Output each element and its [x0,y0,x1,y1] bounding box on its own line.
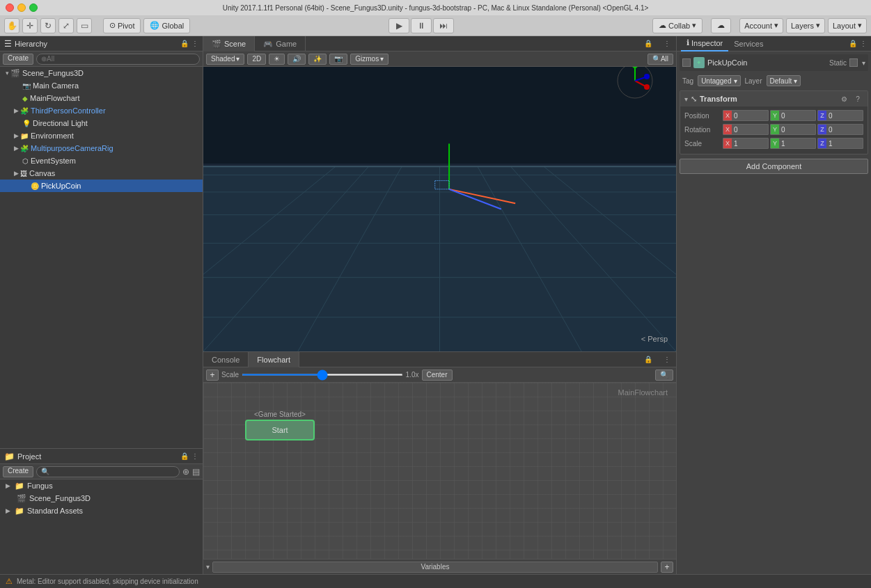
hierarchy-item[interactable]: ⬡ EventSystem [0,154,203,167]
collab-button[interactable]: ☁ Collab ▾ [652,18,703,33]
lighting-button[interactable]: ☀ [269,54,285,65]
close-button[interactable] [6,3,14,12]
scene-view[interactable]: < Persp [203,67,676,351]
add-component-button[interactable]: Add Component [680,159,868,174]
hierarchy-item[interactable]: ◆ MainFlowchart [0,92,203,104]
project-item[interactable]: 🎬 Scene_Fungus3D [0,492,203,504]
project-lock-icon[interactable]: 🔒 [180,452,189,460]
hierarchy-item[interactable]: ▾ 🎬 Scene_Fungus3D [0,67,203,79]
position-x-field[interactable]: X 0 [723,110,769,121]
move-tool-button[interactable]: ✛ [22,18,38,33]
component-help-icon[interactable]: ? [852,93,863,104]
rotation-x-field[interactable]: X 0 [723,124,769,135]
left-panel: ☰ Hierarchy 🔒 ⋮ Create ▾ 🎬 Scene_Fungus3… [0,36,203,574]
fx-button[interactable]: ✨ [308,54,327,65]
rect-tool-button[interactable]: ▭ [77,18,92,33]
hierarchy-create-button[interactable]: Create [3,54,33,65]
project-search-input[interactable] [36,466,180,477]
center-button[interactable]: Center [422,370,453,381]
project-title-group: 📁 Project [4,452,41,461]
inspector-lock-icon[interactable]: 🔒 [849,40,857,47]
gizmos-dropdown[interactable]: Gizmos ▾ [350,54,389,65]
flowchart-tab[interactable]: Flowchart [249,352,299,367]
hierarchy-lock-icon[interactable]: 🔒 [180,40,189,47]
project-item[interactable]: ▶ 📁 Fungus [0,479,203,492]
maximize-button[interactable] [29,3,38,12]
inspector-icon: ℹ [686,38,689,47]
play-button[interactable]: ▶ [389,18,409,33]
project-view-icon[interactable]: ▤ [192,467,200,477]
rotate-tool-button[interactable]: ↻ [40,18,56,33]
flowchart-bottom-bar: ▾ Variables + [203,559,676,574]
rotation-z-value: 0 [826,126,863,134]
scale-x-field[interactable]: X 1 [723,138,769,149]
position-z-field[interactable]: Z 0 [817,110,863,121]
hand-tool-button[interactable]: ✋ [4,18,19,33]
game-tab[interactable]: 🎮 Game [255,36,306,51]
services-tab[interactable]: Services [728,36,769,51]
step-button[interactable]: ⏭ [433,18,454,33]
global-icon: 🌐 [150,21,159,30]
cloud-button[interactable]: ☁ [711,18,731,33]
center-panel: 🎬 Scene 🎮 Game 🔒 ⋮ Shaded ▾ 2D [203,36,676,574]
scale-y-field[interactable]: Y 1 [770,138,816,149]
minimize-button[interactable] [17,3,26,12]
layer-dropdown[interactable]: Default ▾ [767,75,801,86]
hierarchy-menu-icon[interactable]: ⋮ [191,40,198,47]
search-scene-btn[interactable]: 🔍All [648,54,673,65]
variables-add-button[interactable]: + [661,562,673,573]
project-menu-icon[interactable]: ⋮ [191,452,198,460]
inspector-menu-icon[interactable]: ⋮ [860,40,867,47]
project-item[interactable]: ▶ 📁 Standard Assets [0,504,203,517]
hierarchy-item[interactable]: ▶ 📁 Environment [0,129,203,142]
rotation-z-field[interactable]: Z 0 [817,124,863,135]
layout-button[interactable]: Layout ▾ [828,18,867,33]
hierarchy-search-input[interactable] [36,54,200,65]
inspector-tab[interactable]: ℹ Inspector [681,36,728,51]
flowchart-menu-icon[interactable]: ⋮ [658,352,676,367]
x-label: X [723,138,732,148]
hierarchy-item-selected[interactable]: 🪙 PickUpCoin [0,180,203,192]
tag-label: Tag [682,77,693,85]
component-header[interactable]: ▾ ⤡ Transform ⚙ ? [680,91,868,106]
console-tab[interactable]: Console [203,352,249,367]
layers-button[interactable]: Layers ▾ [786,18,825,33]
flowchart-add-button[interactable]: + [206,370,219,381]
hierarchy-item[interactable]: ▶ 🧩 ThirdPersonController [0,104,203,117]
scene-menu-icon[interactable]: ⋮ [658,36,676,51]
flowchart-content[interactable]: MainFlowchart <Game Started> Start [203,383,676,559]
hierarchy-item[interactable]: ▶ 🧩 MultipurposeCameraRig [0,142,203,154]
scale-slider[interactable] [242,374,403,376]
position-y-field[interactable]: Y 0 [770,110,816,121]
hierarchy-item[interactable]: 💡 Directional Light [0,117,203,129]
svg-point-29 [644,74,650,79]
static-checkbox[interactable] [849,58,858,67]
scene-tab[interactable]: 🎬 Scene [203,36,255,51]
static-chevron[interactable]: ▾ [862,59,865,67]
variables-button[interactable]: Variables [212,562,658,573]
scene-lock-icon[interactable]: 🔒 [638,36,658,51]
audio-button[interactable]: 🔊 [288,54,306,65]
global-button[interactable]: 🌐 Global [143,18,190,33]
object-active-checkbox[interactable] [682,58,691,67]
camera-button[interactable]: 📷 [329,54,347,65]
scale-tool-button[interactable]: ⤢ [58,18,74,33]
rotation-y-field[interactable]: Y 0 [770,124,816,135]
component-settings-icon[interactable]: ⚙ [838,93,849,104]
flowchart-lock-icon[interactable]: 🔒 [638,352,658,367]
pause-button[interactable]: ⏸ [411,18,432,33]
project-sort-icon[interactable]: ⊕ [182,467,189,477]
pivot-button[interactable]: ⊙ Pivot [103,18,141,33]
start-node[interactable]: Start [245,420,315,440]
account-button[interactable]: Account ▾ [739,18,783,33]
tag-dropdown[interactable]: Untagged ▾ [698,75,740,86]
project-create-button[interactable]: Create [3,466,33,477]
2d-button[interactable]: 2D [247,54,266,65]
arrow-icon: ▶ [14,132,19,139]
hierarchy-item[interactable]: ▶ 🖼 Canvas [0,167,203,180]
flowchart-search-btn[interactable]: 🔍 [655,370,673,381]
scale-z-field[interactable]: Z 1 [817,138,863,149]
hierarchy-item[interactable]: 📷 Main Camera [0,79,203,92]
shaded-dropdown[interactable]: Shaded ▾ [206,54,244,65]
project-header-icons: 🔒 ⋮ [180,452,198,460]
